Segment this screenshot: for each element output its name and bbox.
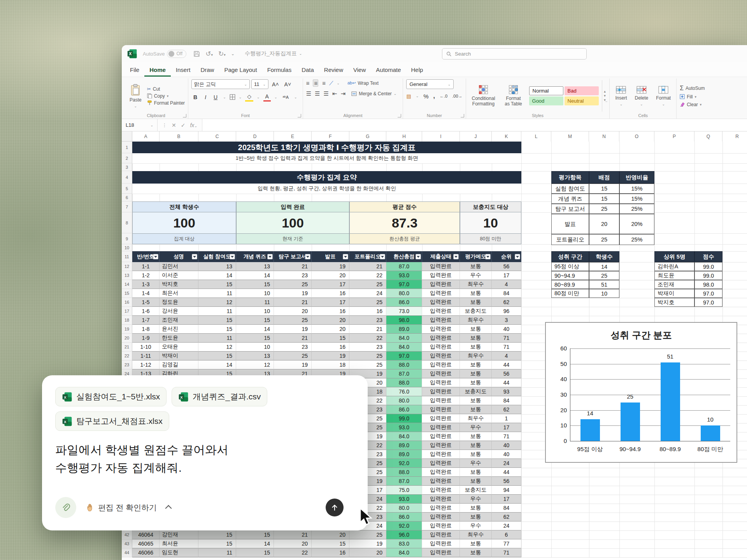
font-name-select[interactable]: 맑은 고딕⌄ <box>191 79 250 89</box>
table-cell[interactable]: 강민재 <box>160 530 198 539</box>
table-cell[interactable]: 최우수 <box>460 530 492 539</box>
conditional-formatting-button[interactable]: Conditional Formatting <box>469 80 498 112</box>
table-cell[interactable]: 1-9 <box>132 334 160 343</box>
table-cell[interactable]: 15 <box>198 325 236 334</box>
table-cell[interactable]: 11 <box>198 289 236 298</box>
table-cell[interactable]: 1-12 <box>132 360 160 369</box>
table-cell[interactable]: 15 <box>236 548 274 557</box>
table-cell[interactable]: 76.0 <box>386 387 422 396</box>
style-good[interactable]: Good <box>529 96 563 105</box>
filter-dropdown-icon[interactable] <box>192 254 197 259</box>
table-cell[interactable]: 25 <box>274 280 312 289</box>
file-chip[interactable]: X실험참여도_1~5반.xlsx <box>55 387 167 406</box>
table-cell[interactable]: 23 <box>274 343 312 352</box>
file-chip[interactable]: X탐구보고서_채점표.xlsx <box>55 411 169 431</box>
table-cell[interactable]: 19 <box>349 539 386 548</box>
criteria-table-cell[interactable]: 개념 퀴즈 <box>551 194 589 204</box>
table-cell[interactable]: 1-4 <box>132 289 160 298</box>
table-cell[interactable]: 15 <box>198 280 236 289</box>
filter-dropdown-icon[interactable] <box>230 254 235 259</box>
table-cell[interactable]: 최서윤 <box>160 539 198 548</box>
format-as-table-button[interactable]: Format as Table <box>501 80 526 112</box>
table-cell[interactable]: 86.0 <box>386 513 422 522</box>
table-cell[interactable]: 44 <box>492 360 521 369</box>
table-cell[interactable]: 84.0 <box>386 334 422 343</box>
filter-dropdown-icon[interactable] <box>416 254 421 259</box>
align-center-icon[interactable]: ☰ <box>315 90 319 97</box>
table-cell[interactable]: 96 <box>492 307 521 316</box>
table-cell[interactable]: 16 <box>312 307 349 316</box>
table-cell[interactable]: 20 <box>312 271 349 280</box>
table-cell[interactable]: 입력완료 <box>422 280 460 289</box>
underline-button[interactable]: U <box>212 93 219 101</box>
undo-icon[interactable]: ↺▾ <box>205 50 213 58</box>
criteria-table-cell[interactable]: 실험 참여도 <box>551 184 589 194</box>
table-cell[interactable]: 보통 <box>460 477 492 486</box>
table-cell[interactable]: 김영길 <box>160 360 198 369</box>
table-cell[interactable]: 21 <box>274 262 312 271</box>
table-cell[interactable]: 22 <box>349 334 386 343</box>
table-cell[interactable]: 56 <box>492 477 521 486</box>
row-header-8[interactable]: 8 <box>122 212 132 233</box>
table-cell[interactable]: 입력완료 <box>422 495 460 504</box>
table-cell[interactable]: 우수 <box>460 271 492 280</box>
table-cell[interactable]: 1-11 <box>132 352 160 360</box>
table-cell[interactable]: 이서준 <box>160 271 198 280</box>
cancel-icon[interactable]: ✕ <box>172 122 176 128</box>
table-cell[interactable]: 보통 <box>460 262 492 271</box>
tab-view[interactable]: View <box>348 63 371 77</box>
table-cell[interactable]: 보통 <box>460 298 492 307</box>
table-cell[interactable]: 16 <box>312 289 349 298</box>
row-header-23[interactable]: 23 <box>122 360 132 369</box>
table-cell[interactable]: 13 <box>236 352 274 360</box>
table-cell[interactable]: 97.0 <box>386 280 422 289</box>
bold-button[interactable]: B <box>191 93 199 101</box>
increase-indent-icon[interactable]: ⇥ <box>341 90 345 97</box>
column-header-G[interactable]: G <box>349 131 386 142</box>
table-cell[interactable]: 17 <box>492 271 521 280</box>
table-cell[interactable]: 62 <box>492 298 521 307</box>
filter-dropdown-icon[interactable] <box>453 254 459 259</box>
table-cell[interactable]: 21 <box>274 530 312 539</box>
table-cell[interactable]: 19 <box>312 352 349 360</box>
table-cell[interactable]: 보통 <box>460 504 492 513</box>
table-cell[interactable]: 24 <box>349 289 386 298</box>
table-cell[interactable]: 입력완료 <box>422 298 460 307</box>
row-header-2[interactable]: 2 <box>122 153 132 163</box>
table-cell[interactable]: 84 <box>492 504 521 513</box>
table-cell[interactable]: 15 <box>236 334 274 343</box>
table-cell[interactable]: 보통 <box>460 369 492 378</box>
row-header-7[interactable]: 7 <box>122 201 132 212</box>
row-header-17[interactable]: 17 <box>122 307 132 316</box>
table-cell[interactable]: 우수 <box>460 522 492 530</box>
table-cell[interactable]: 25 <box>274 316 312 325</box>
document-title[interactable]: 수행평가_자동집계표⌄ <box>245 50 302 57</box>
bands-table-cell[interactable]: 80~89.9 <box>551 280 589 289</box>
table-cell[interactable]: 입력완료 <box>422 477 460 486</box>
bands-table-cell[interactable]: 51 <box>589 280 619 289</box>
table-cell[interactable]: 박재이 <box>160 352 198 360</box>
copy-button[interactable]: Copy▾ <box>147 93 185 99</box>
clipboard-dialog-launcher[interactable] <box>183 114 186 117</box>
style-normal[interactable]: Normal <box>529 86 563 95</box>
column-header-B[interactable]: B <box>160 131 198 142</box>
table-cell[interactable]: 14 <box>236 325 274 334</box>
tab-formulas[interactable]: Formulas <box>262 63 297 77</box>
fill-color-button[interactable]: ◇ <box>245 93 253 102</box>
table-cell[interactable]: 입력완료 <box>422 486 460 495</box>
table-cell[interactable]: 입력완료 <box>422 262 460 271</box>
tab-home[interactable]: Home <box>144 63 171 77</box>
table-cell[interactable]: 입력완료 <box>422 450 460 459</box>
table-cell[interactable]: 83.0 <box>386 539 422 548</box>
criteria-table-cell[interactable]: 15 <box>589 194 619 204</box>
table-cell[interactable]: 1-1 <box>132 262 160 271</box>
table-cell[interactable]: 15 <box>236 316 274 325</box>
table-cell[interactable]: 10 <box>236 289 274 298</box>
row-header-11[interactable]: 11 <box>122 251 132 262</box>
table-cell[interactable]: 15 <box>236 530 274 539</box>
table-cell[interactable]: 17 <box>492 495 521 504</box>
insert-cells-button[interactable]: Insert⌄ <box>613 80 629 112</box>
alignment-dialog-launcher[interactable] <box>398 114 401 117</box>
table-cell[interactable]: 입력완료 <box>422 414 460 423</box>
delete-cells-button[interactable]: Delete⌄ <box>632 80 651 112</box>
